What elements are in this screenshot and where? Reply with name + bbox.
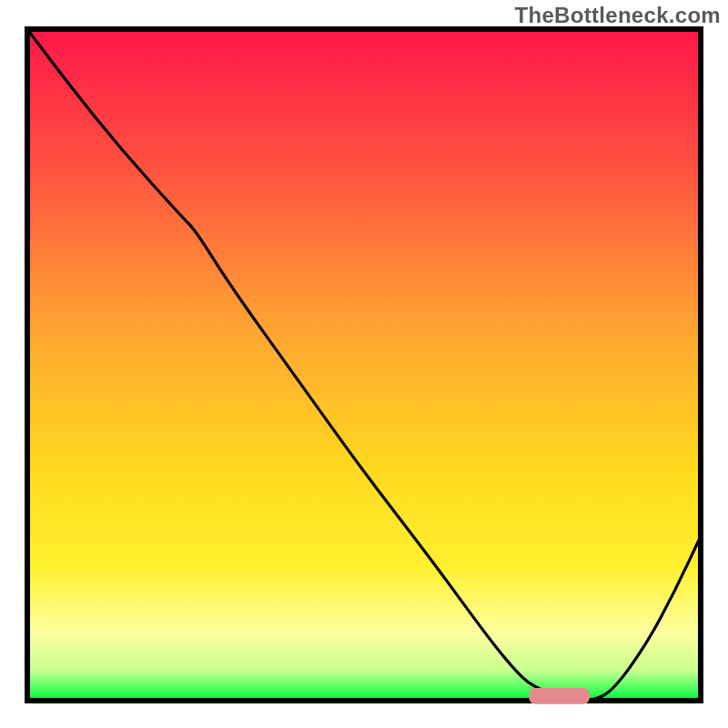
plot-area bbox=[27, 29, 701, 704]
bottleneck-chart bbox=[0, 0, 728, 728]
optimal-marker bbox=[529, 688, 590, 704]
gradient-background bbox=[27, 29, 701, 701]
